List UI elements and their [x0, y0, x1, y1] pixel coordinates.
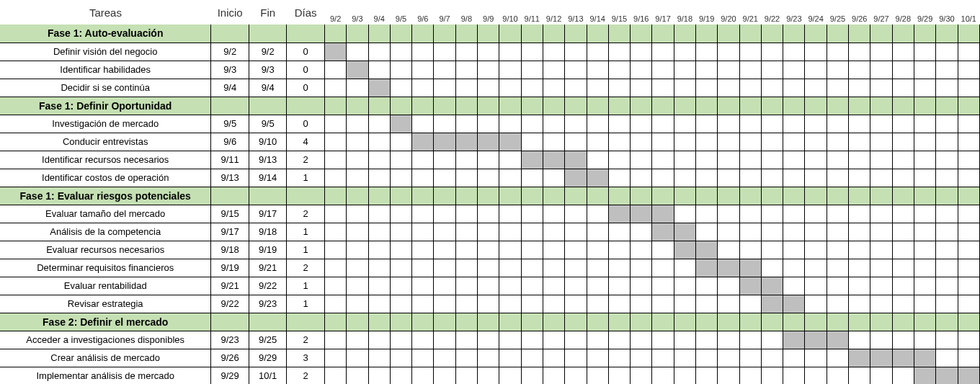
header-date: 9/26: [849, 0, 870, 24]
gantt-cell: [543, 277, 564, 295]
cell-start: 9/21: [211, 277, 249, 295]
gantt-cell: [870, 241, 892, 259]
gantt-cell: [849, 367, 870, 384]
gantt-cell: [608, 331, 630, 349]
gantt-cell: [718, 43, 739, 61]
gantt-cell: [608, 61, 630, 79]
gantt-cell: [543, 169, 564, 187]
gantt-cell: [390, 277, 411, 295]
task-label: Revisar estrategia: [0, 295, 211, 313]
gantt-bar-cell: [652, 205, 674, 223]
gantt-cell: [455, 97, 477, 115]
gantt-cell: [631, 187, 652, 205]
task-label: Conducir entrevistas: [0, 133, 211, 151]
gantt-cell: [914, 313, 935, 331]
gantt-cell: [587, 223, 608, 241]
gantt-cell: [608, 24, 630, 43]
gantt-cell: [718, 115, 739, 133]
gantt-cell: [587, 259, 608, 277]
gantt-cell: [543, 313, 564, 331]
gantt-cell: [783, 133, 805, 151]
header-date: 9/9: [478, 0, 499, 24]
gantt-cell: [390, 133, 411, 151]
gantt-cell: [543, 241, 564, 259]
gantt-cell: [696, 97, 718, 115]
phase-row: Fase 2: Definir el mercado: [0, 313, 980, 331]
gantt-cell: [958, 205, 979, 223]
gantt-cell: [455, 259, 477, 277]
gantt-cell: [324, 187, 346, 205]
cell-start: 9/29: [211, 367, 249, 384]
gantt-cell: [892, 169, 914, 187]
gantt-cell: [718, 24, 739, 43]
gantt-cell: [631, 349, 652, 367]
gantt-cell: [674, 97, 695, 115]
gantt-cell: [674, 43, 695, 61]
cell-days: 1: [287, 277, 325, 295]
gantt-cell: [390, 61, 411, 79]
gantt-cell: [739, 223, 761, 241]
gantt-cell: [783, 151, 805, 169]
header-date: 9/23: [783, 0, 805, 24]
gantt-cell: [761, 367, 783, 384]
gantt-cell: [412, 241, 434, 259]
gantt-cell: [543, 133, 564, 151]
gantt-cell: [347, 349, 368, 367]
cell-start: 9/26: [211, 349, 249, 367]
phase-label: Fase 1: Auto-evaluación: [0, 24, 211, 43]
gantt-cell: [761, 313, 783, 331]
cell-days: 0: [287, 79, 325, 97]
header-row: Tareas Inicio Fin Días 9/29/39/49/59/69/…: [0, 0, 980, 24]
gantt-cell: [587, 43, 608, 61]
gantt-cell: [892, 259, 914, 277]
gantt-cell: [827, 205, 848, 223]
gantt-cell: [739, 187, 761, 205]
gantt-cell: [718, 79, 739, 97]
gantt-cell: [368, 43, 390, 61]
header-date: 9/19: [696, 0, 718, 24]
header-date: 9/7: [434, 0, 455, 24]
cell-end: [249, 97, 287, 115]
gantt-cell: [696, 24, 718, 43]
gantt-cell: [849, 97, 870, 115]
gantt-cell: [827, 151, 848, 169]
gantt-cell: [521, 259, 543, 277]
gantt-cell: [478, 241, 499, 259]
gantt-cell: [783, 97, 805, 115]
gantt-cell: [521, 223, 543, 241]
gantt-cell: [652, 295, 674, 313]
gantt-cell: [849, 313, 870, 331]
gantt-cell: [347, 187, 368, 205]
gantt-cell: [390, 367, 411, 384]
gantt-cell: [478, 79, 499, 97]
cell-start: [211, 187, 249, 205]
phase-label: Fase 2: Definir el mercado: [0, 313, 211, 331]
gantt-cell: [455, 79, 477, 97]
gantt-cell: [347, 151, 368, 169]
task-label: Identificar habilidades: [0, 61, 211, 79]
gantt-cell: [652, 79, 674, 97]
gantt-cell: [499, 205, 521, 223]
gantt-cell: [783, 277, 805, 295]
gantt-cell: [914, 43, 935, 61]
gantt-cell: [499, 97, 521, 115]
gantt-bar-cell: [805, 331, 827, 349]
gantt-cell: [455, 277, 477, 295]
gantt-cell: [674, 349, 695, 367]
gantt-cell: [849, 43, 870, 61]
gantt-cell: [390, 295, 411, 313]
task-label: Definir visión del negocio: [0, 43, 211, 61]
gantt-cell: [390, 241, 411, 259]
gantt-cell: [849, 133, 870, 151]
gantt-cell: [368, 97, 390, 115]
gantt-cell: [696, 223, 718, 241]
gantt-cell: [761, 151, 783, 169]
gantt-cell: [368, 24, 390, 43]
task-label: Identificar costos de operación: [0, 169, 211, 187]
gantt-cell: [892, 223, 914, 241]
gantt-cell: [347, 97, 368, 115]
gantt-cell: [608, 133, 630, 151]
gantt-cell: [718, 187, 739, 205]
gantt-cell: [565, 367, 587, 384]
gantt-cell: [958, 241, 979, 259]
